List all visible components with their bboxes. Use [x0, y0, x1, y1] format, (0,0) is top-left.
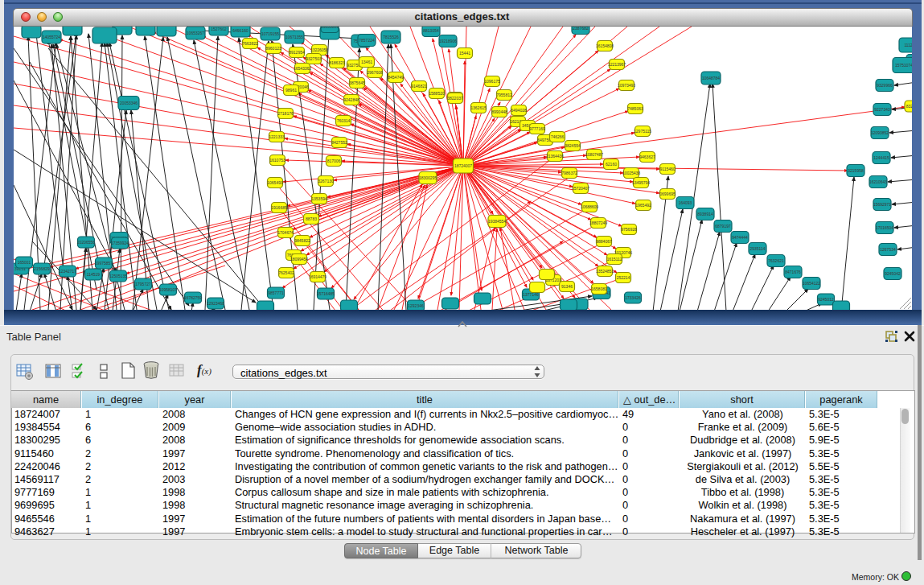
svg-text:10654122: 10654122: [803, 281, 820, 286]
svg-text:9329966: 9329966: [877, 83, 893, 88]
svg-text:2718176: 2718176: [277, 111, 294, 116]
svg-text:1065493: 1065493: [267, 180, 283, 185]
svg-text:21364436: 21364436: [546, 154, 564, 159]
svg-text:114519: 114519: [87, 272, 101, 277]
svg-text:9227343: 9227343: [874, 107, 890, 112]
svg-text:1221333: 1221333: [269, 134, 285, 139]
svg-text:0699695: 0699695: [659, 192, 676, 196]
svg-text:12342717: 12342717: [59, 269, 76, 274]
svg-text:1704674: 1704674: [277, 230, 294, 235]
svg-text:12093852: 12093852: [871, 130, 889, 135]
svg-text:7955812: 7955812: [496, 93, 512, 97]
svg-text:9857771: 9857771: [268, 290, 284, 295]
svg-text:1610753: 1610753: [269, 158, 285, 163]
svg-text:18300295: 18300295: [419, 175, 437, 180]
svg-text:6879197: 6879197: [715, 224, 731, 229]
svg-text:3875645: 3875645: [349, 80, 365, 85]
svg-text:15716485: 15716485: [317, 291, 335, 296]
svg-text:16210643: 16210643: [869, 179, 887, 184]
svg-text:1795727: 1795727: [135, 282, 151, 286]
svg-text:9756928: 9756928: [621, 227, 637, 232]
svg-text:9884067: 9884067: [596, 239, 612, 244]
svg-text:10973493: 10973493: [618, 83, 635, 88]
svg-text:1353594: 1353594: [311, 196, 327, 201]
svg-text:1658081: 1658081: [591, 286, 607, 291]
svg-text:7625402: 7625402: [278, 270, 294, 275]
svg-text:8471676: 8471676: [785, 270, 801, 274]
svg-text:1267534: 1267534: [880, 247, 896, 252]
svg-text:16914479: 16914479: [309, 274, 326, 279]
svg-text:6466160: 6466160: [232, 28, 248, 33]
svg-text:19218906: 19218906: [439, 39, 457, 43]
svg-text:15720407: 15720407: [572, 186, 589, 191]
svg-text:14055724: 14055724: [43, 35, 60, 39]
svg-text:2935114: 2935114: [749, 246, 765, 251]
svg-text:16033809: 16033809: [321, 27, 339, 29]
svg-text:9845822: 9845822: [294, 238, 310, 243]
svg-text:7857224: 7857224: [359, 38, 375, 43]
svg-text:746266: 746266: [551, 134, 565, 139]
svg-text:9115460: 9115460: [659, 167, 675, 171]
svg-text:10648784: 10648784: [702, 76, 720, 80]
svg-text:3824554: 3824554: [565, 143, 581, 148]
svg-text:13495794: 13495794: [632, 180, 650, 185]
svg-text:9245042: 9245042: [885, 271, 901, 276]
svg-text:88783: 88783: [306, 216, 317, 221]
svg-text:16154808: 16154808: [596, 43, 614, 48]
svg-text:7815526: 7815526: [383, 35, 399, 39]
svg-text:2156829: 2156829: [34, 266, 50, 271]
svg-text:1733426: 1733426: [625, 295, 641, 300]
svg-text:18099454: 18099454: [290, 257, 308, 262]
svg-text:9777169: 9777169: [529, 126, 545, 131]
svg-text:8186323: 8186323: [329, 60, 345, 65]
svg-text:19975857: 19975857: [95, 261, 113, 266]
svg-text:832201: 832201: [906, 104, 912, 109]
svg-text:10958107: 10958107: [159, 287, 177, 292]
svg-text:252214: 252214: [617, 275, 630, 280]
svg-text:9146821: 9146821: [411, 84, 427, 89]
svg-text:7632621: 7632621: [768, 258, 784, 263]
svg-text:1527602: 1527602: [211, 27, 227, 31]
svg-text:12505135: 12505135: [109, 274, 127, 278]
svg-text:1292346: 1292346: [408, 303, 424, 308]
svg-text:10807487: 10807487: [585, 152, 603, 157]
svg-text:7663822: 7663822: [242, 41, 258, 46]
svg-text:1965492: 1965492: [635, 203, 651, 208]
svg-text:8813054: 8813054: [423, 28, 439, 33]
svg-text:3822037: 3822037: [447, 96, 463, 101]
svg-text:3267130: 3267130: [318, 179, 334, 183]
svg-text:1362615: 1362615: [470, 105, 487, 110]
svg-text:13226058: 13226058: [310, 47, 328, 52]
svg-text:1096175: 1096175: [484, 79, 500, 84]
svg-text:7485063: 7485063: [627, 106, 643, 111]
svg-text:164093: 164093: [679, 200, 692, 205]
svg-text:6494028: 6494028: [511, 108, 527, 113]
svg-text:15751074: 15751074: [895, 63, 912, 68]
svg-text:62160: 62160: [606, 162, 617, 167]
svg-text:9242848: 9242848: [343, 97, 359, 102]
svg-text:16543362: 16543362: [294, 66, 311, 71]
svg-text:8938914: 8938914: [697, 212, 713, 216]
svg-text:16782759: 16782759: [184, 295, 202, 300]
svg-text:15692971: 15692971: [873, 202, 891, 207]
svg-text:98961: 98961: [285, 88, 297, 93]
svg-text:10671355: 10671355: [285, 35, 303, 39]
svg-text:2967608: 2967608: [367, 70, 383, 75]
svg-text:8990448: 8990448: [491, 109, 507, 114]
svg-text:10688609: 10688609: [581, 204, 598, 209]
svg-text:10025438: 10025438: [622, 171, 640, 175]
svg-text:760314: 760314: [337, 118, 351, 123]
svg-text:8427552: 8427552: [331, 140, 347, 145]
svg-text:17359924: 17359924: [111, 241, 129, 245]
svg-text:9245012: 9245012: [818, 297, 834, 302]
svg-text:7986372: 7986372: [561, 171, 577, 175]
svg-text:91346: 91346: [561, 284, 573, 289]
svg-text:19384554: 19384554: [488, 219, 506, 224]
svg-text:17016504: 17016504: [876, 225, 893, 230]
svg-text:11124: 11124: [904, 43, 912, 47]
svg-text:817006: 817006: [327, 159, 341, 163]
svg-text:12213967: 12213967: [608, 62, 626, 67]
svg-text:165001: 165001: [18, 260, 31, 265]
svg-text:20206556: 20206556: [77, 240, 95, 245]
svg-text:15441: 15441: [459, 51, 470, 56]
